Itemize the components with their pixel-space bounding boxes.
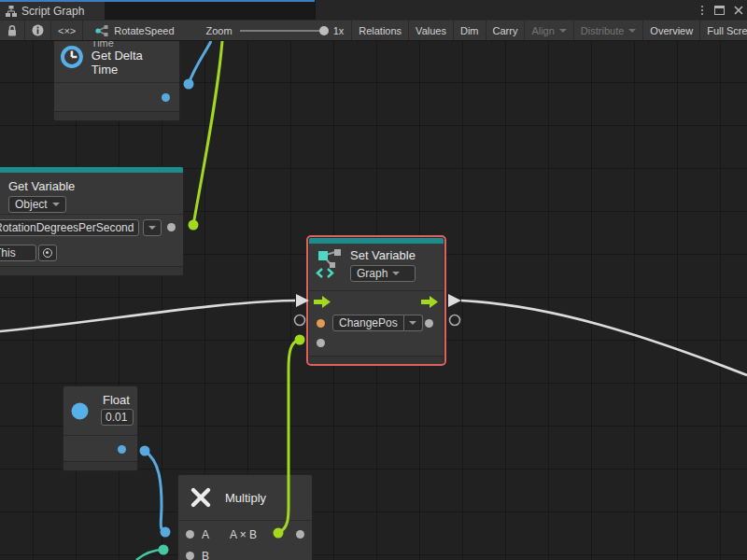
overview-button[interactable]: Overview bbox=[643, 21, 700, 40]
node-multiply[interactable]: Multiply A A × B B bbox=[177, 474, 313, 560]
node-footer bbox=[309, 356, 444, 365]
relations-button[interactable]: Relations bbox=[352, 21, 409, 40]
chevron-down-icon bbox=[148, 226, 156, 233]
full-screen-button[interactable]: Full Screen bbox=[700, 21, 747, 40]
chevron-down-icon bbox=[409, 321, 416, 329]
chevron-down-icon bbox=[628, 29, 636, 36]
wire-endpoint bbox=[159, 545, 169, 555]
variable-name-port[interactable] bbox=[317, 319, 325, 328]
inspect-button[interactable] bbox=[25, 21, 51, 40]
zoom-value: 1x bbox=[333, 25, 345, 36]
flow-output-port[interactable] bbox=[421, 295, 439, 309]
zoom-label: Zoom bbox=[206, 25, 233, 36]
node-footer bbox=[0, 266, 183, 275]
edit-script-button[interactable]: <×> bbox=[51, 21, 83, 40]
close-icon[interactable] bbox=[734, 6, 743, 15]
float-value-input[interactable]: 0.01 bbox=[101, 409, 134, 426]
node-get-variable[interactable]: Get Variable Object RotationDegreesPerSe… bbox=[0, 166, 184, 276]
object-picker-icon bbox=[43, 248, 52, 258]
carry-button[interactable]: Carry bbox=[486, 21, 526, 40]
maximize-icon[interactable] bbox=[714, 6, 725, 15]
wire-flow-out[interactable] bbox=[461, 301, 747, 375]
input-port-a[interactable] bbox=[186, 530, 194, 539]
input-port-value[interactable] bbox=[317, 339, 325, 347]
target-object-field[interactable]: This bbox=[0, 245, 36, 261]
wire-getvariable[interactable] bbox=[193, 41, 222, 225]
graph-canvas[interactable]: Time Get Delta Time Get Variable Object … bbox=[0, 41, 747, 560]
unity-graph-window: Script Graph <×> bbox=[0, 0, 747, 560]
output-port-product[interactable] bbox=[296, 530, 304, 539]
clock-icon bbox=[60, 45, 84, 69]
output-port-value[interactable] bbox=[425, 319, 433, 328]
node-set-variable-selected[interactable]: Set Variable Graph ChangePos bbox=[308, 237, 444, 364]
flow-arrowhead-in bbox=[296, 294, 309, 307]
graph-node-icon bbox=[94, 24, 109, 37]
wire-endpoint bbox=[161, 527, 171, 538]
chevron-down-icon bbox=[392, 272, 400, 279]
node-title: Get Variable bbox=[8, 179, 176, 193]
wire-endpoint bbox=[295, 335, 305, 345]
node-get-delta-time[interactable]: Time Get Delta Time bbox=[53, 41, 180, 121]
input-port-b[interactable] bbox=[186, 552, 194, 560]
node-float-literal[interactable]: Float 0.01 bbox=[63, 385, 138, 471]
wire-endpoint bbox=[189, 220, 199, 231]
graph-breadcrumb[interactable]: RotateSpeed bbox=[83, 21, 183, 40]
output-port-float[interactable] bbox=[118, 445, 126, 454]
flow-arrowhead-out bbox=[448, 294, 461, 307]
node-title: Get Delta Time bbox=[92, 49, 172, 77]
zoom-slider[interactable] bbox=[240, 30, 326, 32]
lock-button[interactable] bbox=[0, 21, 25, 40]
variable-scope-dropdown[interactable]: Graph bbox=[350, 265, 416, 282]
wire-deltatime[interactable] bbox=[189, 41, 211, 84]
node-footer bbox=[63, 461, 137, 470]
lock-icon bbox=[7, 24, 18, 37]
port-label-b: B bbox=[202, 550, 209, 560]
tab-script-graph[interactable]: Script Graph bbox=[0, 2, 105, 20]
wire-endpoint bbox=[184, 79, 194, 90]
node-footer bbox=[54, 111, 179, 120]
multiply-icon bbox=[190, 486, 212, 509]
unconnected-port-ring-right[interactable] bbox=[450, 315, 460, 326]
node-category: Time bbox=[92, 41, 172, 49]
node-title: Float bbox=[103, 393, 130, 407]
chevron-down-icon bbox=[52, 203, 60, 210]
tab-title: Script Graph bbox=[21, 5, 84, 18]
graph-name-label: RotateSpeed bbox=[114, 25, 174, 36]
window-controls bbox=[699, 0, 743, 20]
wire-to-multiply-b[interactable] bbox=[136, 550, 163, 560]
tab-well-empty bbox=[315, 0, 747, 20]
wire-flow-in[interactable] bbox=[0, 301, 295, 331]
node-title: Set Variable bbox=[350, 248, 416, 262]
output-port-value[interactable] bbox=[167, 223, 176, 231]
info-icon bbox=[32, 24, 44, 36]
flow-input-port[interactable] bbox=[314, 295, 331, 309]
values-button[interactable]: Values bbox=[409, 21, 454, 40]
output-port-deltatime[interactable] bbox=[162, 93, 170, 102]
node-title: Multiply bbox=[225, 491, 266, 505]
port-label-a: A bbox=[202, 528, 209, 541]
wire-endpoint bbox=[140, 446, 150, 456]
graph-tab-icon bbox=[6, 6, 17, 17]
zoom-slider-handle[interactable] bbox=[319, 26, 329, 35]
align-button: Align bbox=[525, 21, 573, 40]
wire-float-to-multiply[interactable] bbox=[145, 451, 164, 532]
zoom-control: Zoom 1x bbox=[184, 21, 353, 40]
object-picker-button[interactable] bbox=[38, 245, 57, 261]
graph-toolbar: <×> RotateSpeed Zoom 1x Relations Values… bbox=[0, 20, 747, 41]
chevron-down-icon bbox=[559, 29, 567, 36]
set-variable-icon bbox=[316, 248, 344, 278]
code-icon: <×> bbox=[58, 25, 76, 36]
distribute-button: Distribute bbox=[574, 21, 643, 40]
variable-name-input[interactable]: RotationDegreesPerSecond bbox=[0, 219, 139, 236]
variable-name-dropdown-button[interactable] bbox=[143, 219, 162, 236]
tab-bar: Script Graph bbox=[0, 0, 747, 20]
float-icon bbox=[71, 402, 89, 420]
unconnected-port-ring-left[interactable] bbox=[295, 315, 305, 326]
variable-scope-dropdown[interactable]: Object bbox=[8, 196, 66, 213]
dim-button[interactable]: Dim bbox=[454, 21, 486, 40]
variable-name-dropdown[interactable]: ChangePos bbox=[332, 315, 423, 331]
port-label-output: A × B bbox=[230, 528, 257, 541]
menu-kebab-icon[interactable] bbox=[699, 4, 705, 17]
